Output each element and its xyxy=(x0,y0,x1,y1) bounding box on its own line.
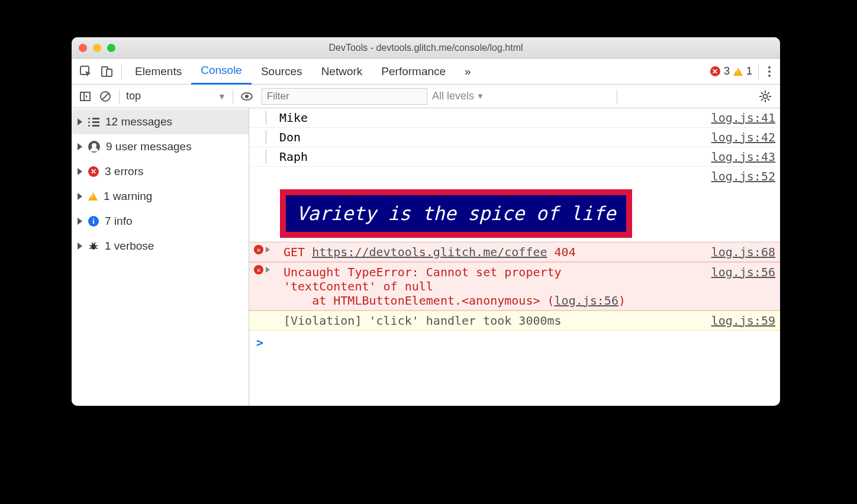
close-window-button[interactable] xyxy=(79,44,87,52)
context-value: top xyxy=(126,90,141,102)
source-link[interactable]: log.js:42 xyxy=(705,130,775,144)
sidebar-item-warnings[interactable]: 1 warning xyxy=(72,184,249,209)
sidebar-label: 1 warning xyxy=(104,190,152,203)
log-entry-error[interactable]: ✕ GET https://devtools.glitch.me/coffee … xyxy=(249,242,780,262)
traffic-lights xyxy=(79,44,115,52)
device-toolbar-icon[interactable] xyxy=(96,61,118,82)
live-expression-icon[interactable] xyxy=(237,86,257,106)
expand-icon xyxy=(78,218,82,225)
toolbar-status-badges[interactable]: ✕ 3 1 xyxy=(710,65,752,77)
violation-text: [Violation] 'click' handler took 3000ms xyxy=(283,314,705,328)
console-prompt[interactable]: > xyxy=(249,331,780,354)
expand-icon xyxy=(78,168,82,175)
tab-overflow[interactable]: » xyxy=(455,59,481,85)
stack-link[interactable]: log.js:56 xyxy=(555,293,618,308)
source-link[interactable]: log.js:59 xyxy=(705,314,775,328)
log-entry-violation[interactable]: [Violation] 'click' handler took 3000ms … xyxy=(249,311,780,331)
log-entry-error[interactable]: ✕ Uncaught TypeError: Cannot set propert… xyxy=(249,262,780,311)
expand-icon[interactable] xyxy=(266,267,270,273)
window-title: DevTools - devtools.glitch.me/console/lo… xyxy=(72,43,780,53)
chevron-down-icon: ▼ xyxy=(218,92,226,101)
toggle-sidebar-icon[interactable] xyxy=(75,86,95,106)
svg-line-16 xyxy=(761,99,763,101)
http-url[interactable]: https://devtools.glitch.me/coffee xyxy=(312,245,547,259)
warning-icon xyxy=(88,192,98,201)
exception-text: Uncaught TypeError: Cannot set property xyxy=(283,265,562,279)
svg-line-6 xyxy=(102,93,108,99)
source-link[interactable]: log.js:68 xyxy=(705,245,775,259)
styled-log-text: Variety is the spice of life xyxy=(280,189,632,238)
log-entry-styled[interactable]: Variety is the spice of life xyxy=(249,186,780,242)
log-entry[interactable]: Raph log.js:43 xyxy=(249,147,780,167)
divider xyxy=(617,89,617,104)
expand-icon xyxy=(78,193,82,200)
svg-line-15 xyxy=(768,99,769,101)
divider xyxy=(233,89,233,104)
sidebar-item-info[interactable]: i 7 info xyxy=(72,209,249,234)
sidebar-item-verbose[interactable]: 1 verbose xyxy=(72,234,249,259)
error-count: 3 xyxy=(724,65,730,77)
inspect-element-icon[interactable] xyxy=(75,61,96,82)
levels-label: All levels xyxy=(432,90,474,102)
svg-line-17 xyxy=(768,92,769,94)
minimize-window-button[interactable] xyxy=(93,44,101,52)
console-log[interactable]: Mike log.js:41 Don log.js:42 Raph log.js… xyxy=(249,108,780,406)
http-status: 404 xyxy=(555,245,576,259)
console-body: 12 messages 9 user messages ✕ 3 errors 1… xyxy=(72,108,780,406)
divider xyxy=(119,89,120,104)
zoom-window-button[interactable] xyxy=(107,44,115,52)
svg-point-9 xyxy=(763,94,767,98)
svg-point-8 xyxy=(245,95,249,98)
tab-performance[interactable]: Performance xyxy=(372,59,455,85)
error-icon: ✕ xyxy=(254,265,263,274)
stack-prefix: at HTMLButtonElement. xyxy=(283,293,462,308)
sidebar-item-errors[interactable]: ✕ 3 errors xyxy=(72,159,249,184)
sidebar-label: 3 errors xyxy=(105,165,143,178)
error-badge-icon: ✕ xyxy=(710,66,720,76)
log-entry[interactable]: Don log.js:42 xyxy=(249,128,780,147)
svg-line-20 xyxy=(95,245,98,246)
source-link[interactable]: log.js:43 xyxy=(705,150,775,164)
expand-icon xyxy=(78,143,82,150)
more-menu-icon[interactable] xyxy=(762,66,777,77)
user-icon xyxy=(88,141,100,153)
log-entry[interactable]: log.js:52 xyxy=(249,167,780,186)
sidebar-item-messages[interactable]: 12 messages xyxy=(72,109,249,134)
info-icon: i xyxy=(88,216,99,227)
context-selector[interactable]: top ▼ xyxy=(123,88,229,104)
svg-rect-2 xyxy=(107,69,112,76)
main-tabbar: Elements Console Sources Network Perform… xyxy=(72,59,780,85)
console-settings-icon[interactable] xyxy=(754,90,777,103)
log-entry[interactable]: Mike log.js:41 xyxy=(249,108,780,128)
messages-icon xyxy=(88,118,99,127)
titlebar: DevTools - devtools.glitch.me/console/lo… xyxy=(72,37,780,59)
console-toolbar: top ▼ All levels ▼ xyxy=(72,85,780,108)
sidebar-item-user-messages[interactable]: 9 user messages xyxy=(72,134,249,159)
log-text: Raph xyxy=(266,150,705,164)
error-icon: ✕ xyxy=(254,245,263,254)
chevron-down-icon: ▼ xyxy=(476,92,484,101)
sidebar-label: 9 user messages xyxy=(106,140,192,153)
svg-line-14 xyxy=(761,92,763,94)
svg-rect-3 xyxy=(80,92,90,101)
error-icon: ✕ xyxy=(88,166,99,177)
source-link[interactable]: log.js:41 xyxy=(705,111,775,125)
log-levels-selector[interactable]: All levels ▼ xyxy=(432,90,484,102)
warning-count: 1 xyxy=(746,65,752,77)
svg-line-21 xyxy=(89,248,92,248)
expand-icon[interactable] xyxy=(266,247,270,253)
source-link[interactable]: log.js:52 xyxy=(705,169,775,183)
filter-input[interactable] xyxy=(262,88,427,105)
svg-line-23 xyxy=(92,243,93,244)
tab-elements[interactable]: Elements xyxy=(125,59,191,85)
divider xyxy=(758,64,759,79)
tab-console[interactable]: Console xyxy=(191,59,252,85)
stack-anon: <anonymous> xyxy=(462,293,540,308)
bug-icon xyxy=(88,241,99,251)
sidebar-label: 7 info xyxy=(105,215,132,228)
warning-badge-icon xyxy=(733,67,743,76)
clear-console-icon[interactable] xyxy=(95,86,115,106)
tab-sources[interactable]: Sources xyxy=(252,59,312,85)
tab-network[interactable]: Network xyxy=(312,59,372,85)
source-link[interactable]: log.js:56 xyxy=(705,265,775,279)
